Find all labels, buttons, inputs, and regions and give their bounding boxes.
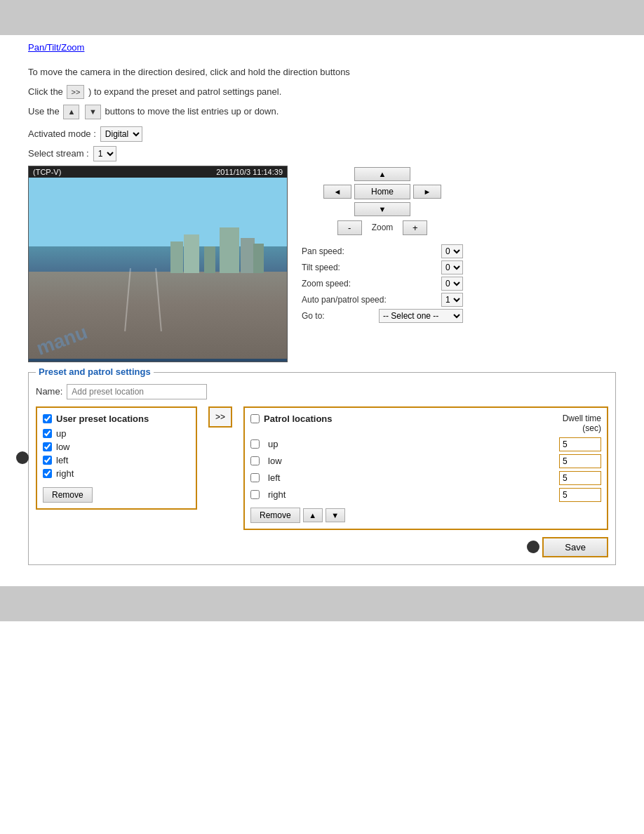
list-item: up: [250, 437, 601, 451]
patrol-locations-box: Patrol locations Dwell time(sec) up: [243, 406, 608, 530]
goto-row: Go to: -- Select one --: [302, 309, 463, 323]
patrol-item-right-label: right: [268, 489, 559, 500]
user-preset-box: User preset locations up low left: [36, 406, 197, 510]
preset-item-low-label: low: [56, 442, 70, 452]
pan-speed-label: Pan speed:: [302, 246, 344, 256]
preset-item-right-checkbox[interactable]: [43, 469, 52, 478]
controls-section: Activated mode : Digital Select stream :…: [28, 126, 616, 161]
preset-item-right-label: right: [56, 468, 74, 479]
zoom-plus-button[interactable]: +: [403, 220, 427, 235]
tilt-speed-select[interactable]: 0: [441, 260, 463, 274]
save-button[interactable]: Save: [542, 537, 608, 557]
name-input[interactable]: [67, 384, 207, 399]
ptz-right-button[interactable]: ►: [413, 185, 441, 199]
dwell-time-header: Dwell time(sec): [563, 413, 601, 433]
user-preset-header: User preset locations: [43, 413, 190, 424]
zoom-minus-button[interactable]: -: [337, 220, 362, 235]
bullet-dot-5: [527, 541, 539, 553]
user-preset-title: User preset locations: [56, 413, 149, 424]
activated-mode-label: Activated mode :: [28, 128, 96, 139]
patrol-item-up-label: up: [268, 439, 559, 449]
select-stream-row: Select stream : 1: [28, 146, 616, 161]
speed-table: Pan speed: 0 Tilt speed: 0 Zoom speed: 0: [302, 242, 463, 325]
patrol-remove-button[interactable]: Remove: [250, 508, 300, 523]
patrol-down-button[interactable]: ▼: [326, 508, 345, 522]
transfer-button[interactable]: >>: [208, 406, 232, 428]
preset-item-left-label: left: [56, 455, 68, 465]
dwell-input-up[interactable]: [559, 437, 601, 451]
breadcrumb-link[interactable]: Pan/Tilt/Zoom: [28, 42, 84, 53]
list-item: low: [43, 442, 190, 452]
zoom-speed-label: Zoom speed:: [302, 279, 351, 289]
tilt-speed-label: Tilt speed:: [302, 263, 340, 272]
patrol-title: Patrol locations: [250, 413, 333, 424]
save-row: Save: [243, 537, 608, 557]
preset-item-low-checkbox[interactable]: [43, 442, 52, 451]
preset-item-up-label: up: [56, 428, 66, 439]
pan-speed-row: Pan speed: 0: [302, 244, 463, 258]
preset-patrol-title: Preset and patrol settings: [36, 366, 154, 377]
dwell-input-left[interactable]: [559, 471, 601, 485]
patrol-item-right-checkbox[interactable]: [250, 490, 260, 499]
preset-item-up-checkbox[interactable]: [43, 429, 52, 438]
activated-mode-row: Activated mode : Digital: [28, 126, 616, 142]
zoom-label: Zoom: [365, 223, 401, 232]
auto-pan-speed-select[interactable]: 1: [441, 293, 463, 307]
select-stream-label: Select stream :: [28, 148, 89, 159]
zoom-row: - Zoom +: [337, 220, 428, 235]
list-item: left: [250, 471, 601, 485]
preset-item-left-checkbox[interactable]: [43, 456, 52, 465]
ptz-middle-row: ◄ Home ►: [323, 184, 441, 199]
patrol-header-row: Patrol locations Dwell time(sec): [250, 413, 601, 433]
goto-label: Go to:: [302, 311, 325, 321]
desc-line3: Use the ▲ ▼ buttons to move the list ent…: [28, 105, 616, 119]
camera-timestamp: 2011/10/3 11:14:39: [216, 168, 283, 176]
preset-patrol-section: Preset and patrol settings Name: User pr…: [28, 372, 616, 565]
ptz-home-button[interactable]: Home: [354, 184, 410, 199]
camera-image: manu: [29, 178, 287, 359]
name-row: Name:: [36, 384, 608, 399]
list-item: low: [250, 454, 601, 468]
patrol-up-button[interactable]: ▲: [303, 508, 323, 522]
expand-icon: >>: [67, 85, 84, 100]
ptz-down-button[interactable]: ▼: [354, 202, 410, 216]
auto-pan-speed-label: Auto pan/patrol speed:: [302, 295, 387, 305]
camera-header: (TCP-V) 2011/10/3 11:14:39: [29, 166, 287, 178]
patrol-all-checkbox[interactable]: [250, 414, 260, 423]
patrol-item-up-checkbox[interactable]: [250, 439, 260, 449]
goto-select[interactable]: -- Select one --: [379, 309, 463, 323]
patrol-actions: Remove ▲ ▼: [250, 508, 601, 523]
desc-line2: Click the >> ) to expand the preset and …: [28, 85, 616, 100]
camera-label: (TCP-V): [33, 168, 61, 176]
zoom-speed-row: Zoom speed: 0: [302, 277, 463, 291]
ptz-left-button[interactable]: ◄: [323, 185, 351, 199]
select-stream-select[interactable]: 1: [93, 146, 116, 161]
user-preset-all-checkbox[interactable]: [43, 414, 52, 423]
up-arrow-icon-desc: ▲: [63, 105, 79, 119]
bullet-dot-1: [16, 451, 29, 464]
bottom-bar: [0, 586, 644, 621]
main-content: Pan/Tilt/Zoom To move the camera in the …: [0, 35, 644, 572]
list-item: left: [43, 455, 190, 465]
dwell-input-low[interactable]: [559, 454, 601, 468]
patrol-item-left-label: left: [268, 472, 559, 483]
patrol-item-left-checkbox[interactable]: [250, 473, 260, 482]
ptz-controls: ▲ ◄ Home ► ▼ - Zoom + Pan speed:: [302, 166, 463, 325]
ptz-down-row: ▼: [354, 202, 410, 216]
list-item: right: [250, 488, 601, 502]
preset-patrol-body: User preset locations up low left: [36, 406, 608, 557]
camera-view: (TCP-V) 2011/10/3 11:14:39 manu: [28, 166, 288, 362]
activated-mode-select[interactable]: Digital: [100, 126, 142, 142]
patrol-item-low-label: low: [268, 456, 559, 466]
dwell-input-right[interactable]: [559, 488, 601, 502]
top-bar: [0, 0, 644, 35]
ptz-up-button[interactable]: ▲: [354, 167, 410, 181]
down-arrow-icon-desc: ▼: [85, 105, 101, 119]
tilt-speed-row: Tilt speed: 0: [302, 260, 463, 274]
user-preset-remove-button[interactable]: Remove: [43, 487, 93, 503]
patrol-item-low-checkbox[interactable]: [250, 456, 260, 465]
pan-speed-select[interactable]: 0: [441, 244, 463, 258]
zoom-speed-select[interactable]: 0: [441, 277, 463, 291]
name-label: Name:: [36, 386, 62, 397]
camera-ptz-container: (TCP-V) 2011/10/3 11:14:39 manu: [28, 166, 616, 362]
